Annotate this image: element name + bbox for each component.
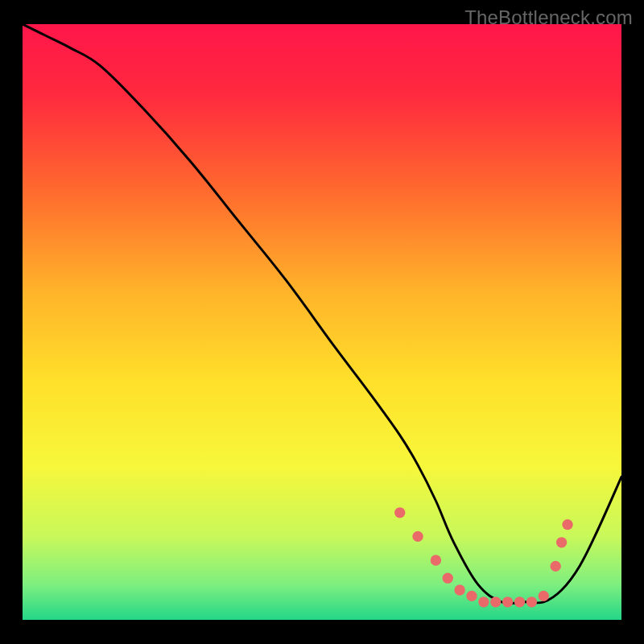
highlight-point (550, 561, 560, 572)
highlight-point (431, 555, 441, 565)
highlight-point (478, 597, 489, 607)
highlight-point (443, 573, 453, 584)
highlight-point (502, 597, 513, 607)
highlight-point (466, 591, 477, 601)
highlight-point (539, 591, 549, 601)
highlight-point (394, 507, 405, 518)
highlight-point (454, 584, 464, 595)
highlight-point (562, 519, 572, 530)
highlight-point (556, 537, 567, 547)
watermark-text: TheBottleneck.com (464, 6, 633, 29)
outer-frame: TheBottleneck.com (0, 0, 644, 644)
highlight-point (412, 531, 423, 542)
highlight-point (526, 597, 537, 607)
highlight-point (490, 597, 501, 607)
plot-area (23, 24, 621, 620)
highlight-point (514, 597, 525, 607)
bottleneck-curve (23, 24, 621, 604)
bottleneck-curve-svg (23, 24, 621, 620)
